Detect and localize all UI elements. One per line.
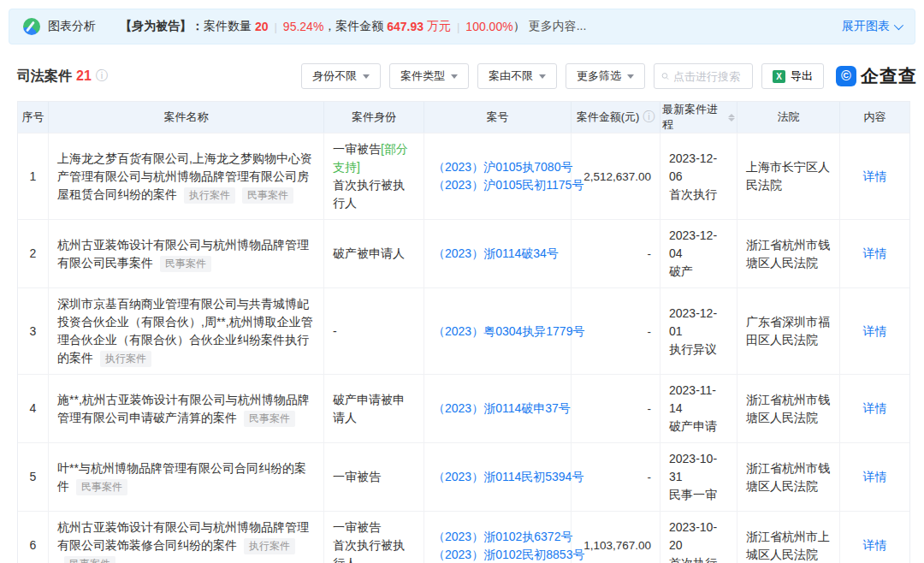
case-type-tag: 民事案件 [160, 256, 211, 272]
search-input[interactable] [673, 70, 745, 83]
cell-case-numbers: （2023）沪0105执7080号（2023）沪0105民初1175号 [424, 133, 572, 219]
more-content-link[interactable]: 更多内容... [529, 19, 587, 34]
case-type-filter-dropdown[interactable]: 案件类型 [389, 63, 469, 89]
qichacha-logo-text: 企查查 [861, 64, 917, 88]
case-number-link[interactable]: （2023）浙0114破34号 [433, 245, 559, 263]
case-number-link[interactable]: （2023）沪0105执7080号 [433, 158, 572, 176]
more-filters-dropdown[interactable]: 更多筛选 [566, 63, 645, 89]
table-row: 5 叶**与杭州博物品牌管理有限公司合同纠纷的案件民事案件 一审被告 （2023… [18, 442, 909, 511]
detail-link[interactable]: 详情 [863, 245, 887, 263]
row-number: 6 [30, 536, 37, 554]
detail-link[interactable]: 详情 [863, 536, 887, 554]
header-case-name: 案件名称 [49, 102, 324, 133]
row-number: 1 [30, 168, 37, 186]
court-name: 上海市长宁区人民法院 [746, 158, 831, 194]
cell-latest-progress: 2023-11-14 破产申请 [660, 375, 737, 442]
progress-date: 2023-12-01 [669, 305, 728, 341]
cell-case-identity: 一审被告 [324, 443, 424, 511]
cell-case-name: 杭州古亚装饰设计有限公司与杭州博物品牌管理有限公司装饰装修合同纠纷的案件执行案件… [49, 512, 324, 563]
progress-stage: 破产申请 [669, 418, 717, 436]
identity-line: 一审被告[部分支持] [333, 140, 415, 176]
caret-down-icon [363, 74, 370, 79]
cell-case-identity: 一审被告首次执行被执行人 [324, 512, 424, 563]
case-number-link[interactable]: （2023）浙0114破申37号 [433, 400, 571, 418]
excel-icon: X [773, 70, 785, 83]
case-number-link[interactable]: （2023）浙0102民初8853号 [433, 546, 584, 563]
table-row: 1 上海龙之梦百货有限公司,上海龙之梦购物中心资产管理有限公司与杭州博物品牌管理… [18, 133, 909, 219]
case-amount: - [648, 400, 652, 418]
header-case-amount: 案件金额(元) ⓘ [572, 102, 660, 133]
table-body: 1 上海龙之梦百货有限公司,上海龙之梦购物中心资产管理有限公司与杭州博物品牌管理… [18, 133, 909, 563]
case-tags: 执行案件民事案件 [177, 187, 293, 201]
header-latest-progress[interactable]: 最新案件进程 [660, 102, 737, 133]
progress-stage: 首次执行 [669, 186, 717, 204]
identity-line: 首次执行被执行人 [333, 176, 415, 212]
case-amount: - [648, 468, 652, 486]
cell-case-identity: - [324, 288, 424, 374]
judicial-cases-table: 序号 案件名称 案件身份 案号 案件金额(元) ⓘ 最新案件进程 法院 内容 1… [17, 101, 910, 563]
expand-chart-label: 展开图表 [842, 19, 890, 34]
info-icon[interactable]: ⓘ [96, 68, 108, 84]
divider: | [457, 21, 459, 33]
progress-date: 2023-12-06 [669, 150, 728, 186]
case-tags: 民事案件 [237, 411, 295, 424]
cell-case-name: 施**,杭州古亚装饰设计有限公司与杭州博物品牌管理有限公司申请破产清算的案件民事… [49, 375, 324, 442]
detail-link[interactable]: 详情 [863, 400, 887, 418]
identity-line: 一审被告 [333, 468, 381, 486]
detail-link[interactable]: 详情 [863, 323, 887, 341]
detail-link[interactable]: 详情 [863, 168, 887, 186]
case-type-tag: 执行案件 [100, 351, 151, 367]
case-number-link[interactable]: （2023）浙0102执6372号 [433, 528, 572, 546]
case-amount: - [648, 245, 652, 263]
progress-stage: 执行异议 [669, 341, 717, 359]
detail-link[interactable]: 详情 [863, 468, 887, 486]
export-button[interactable]: X 导出 [761, 63, 824, 89]
table-row: 3 深圳市京基百纳商业管理有限公司与共青城博屺投资合伙企业（有限合伙）,周**,… [18, 287, 909, 374]
header-case-amount-label: 案件金额(元) [577, 110, 640, 125]
case-amount-value: 647.93 [387, 20, 424, 33]
cell-court: 上海市长宁区人民法院 [737, 133, 840, 219]
cell-case-numbers: （2023）浙0114破申37号 [424, 375, 572, 442]
qichacha-logo: © 企查查 [836, 64, 917, 88]
caret-down-icon [627, 74, 634, 79]
case-type-tag: 民事案件 [64, 556, 116, 563]
progress-stage: 民事一审 [669, 486, 717, 504]
row-number: 4 [30, 400, 37, 418]
case-count-value: 20 [255, 20, 269, 33]
case-amount: 1,103,767.00 [583, 536, 651, 554]
progress-stage: 首次执行 [669, 554, 717, 563]
cause-filter-dropdown[interactable]: 案由不限 [477, 63, 557, 89]
cell-case-amount: - [572, 375, 660, 442]
case-amount: 2,512,637.00 [583, 168, 651, 186]
case-number-link[interactable]: （2023）沪0105民初1175号 [433, 176, 583, 194]
cell-case-name: 上海龙之梦百货有限公司,上海龙之梦购物中心资产管理有限公司与杭州博物品牌管理有限… [49, 133, 324, 219]
case-number-link[interactable]: （2023）浙0114民初5394号 [433, 468, 583, 486]
expand-chart-button[interactable]: 展开图表 [842, 19, 901, 34]
cell-detail: 详情 [840, 512, 909, 563]
row-number: 5 [30, 468, 37, 486]
case-type-tag: 民事案件 [242, 187, 293, 204]
case-number-link[interactable]: （2023）粤0304执异1779号 [433, 323, 584, 341]
cell-detail: 详情 [840, 288, 909, 374]
table-row: 2 杭州古亚装饰设计有限公司与杭州博物品牌管理有限公司民事案件民事案件 破产被申… [18, 219, 909, 287]
progress-date: 2023-12-04 [669, 227, 728, 263]
divider: | [274, 21, 276, 33]
search-box[interactable] [654, 63, 753, 89]
header-court: 法院 [737, 102, 840, 133]
close-paren: ） [513, 19, 525, 34]
court-name: 广东省深圳市福田区人民法院 [746, 313, 831, 349]
progress-stage: 破产 [669, 263, 693, 281]
defendant-role-label: 【身为被告】： [120, 19, 204, 34]
search-icon [661, 70, 669, 82]
identity-filter-dropdown[interactable]: 身份不限 [301, 63, 381, 89]
sort-icon[interactable] [728, 114, 735, 121]
cell-case-amount: - [572, 443, 660, 511]
cell-case-identity: 破产申请被申请人 [324, 375, 424, 442]
cell-latest-progress: 2023-12-06 首次执行 [660, 133, 737, 219]
table-header-row: 序号 案件名称 案件身份 案号 案件金额(元) ⓘ 最新案件进程 法院 内容 [18, 102, 909, 133]
filter-controls: 身份不限 案件类型 案由不限 更多筛选 X 导出 © 企查查 [301, 63, 917, 89]
cell-case-amount: - [572, 220, 660, 287]
cell-court: 浙江省杭州市上城区人民法院 [737, 512, 840, 563]
info-icon[interactable]: ⓘ [643, 110, 654, 125]
identity-line: 首次执行被执行人 [333, 536, 415, 563]
